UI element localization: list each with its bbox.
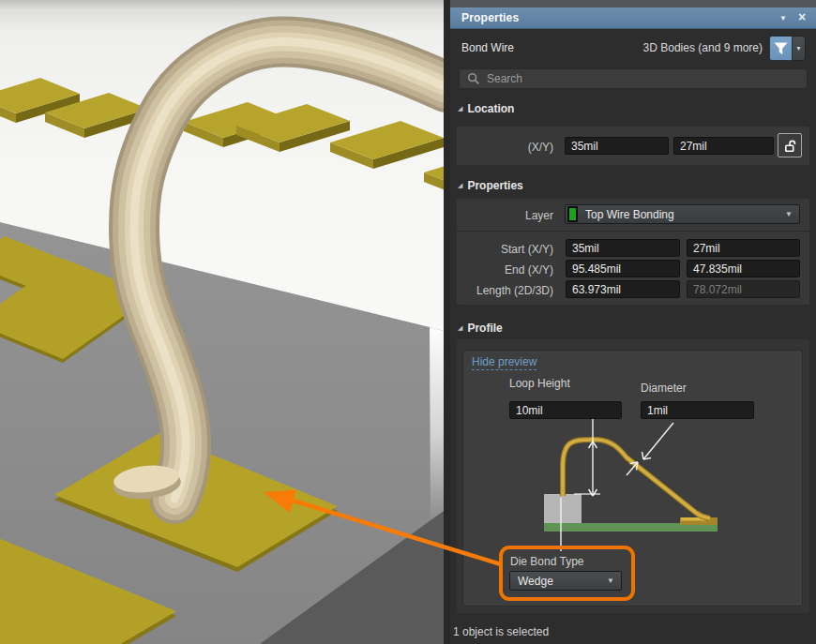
pcb-3d-render — [0, 0, 450, 644]
caret-down-icon: ▼ — [795, 45, 802, 52]
layer-color-chip — [567, 206, 578, 222]
search-input[interactable] — [487, 72, 807, 85]
start-y-input[interactable] — [687, 239, 800, 257]
start-xy-label: Start (X/Y) — [450, 243, 553, 256]
section-header-profile[interactable]: ◢Profile — [458, 322, 503, 336]
end-y-input[interactable] — [687, 260, 800, 277]
location-y-input[interactable] — [673, 137, 774, 155]
layer-select[interactable]: Top Wire Bonding ▼ — [565, 204, 800, 224]
panel-titlebar: Properties ▼ × — [450, 7, 816, 29]
board-edge-backdrop — [430, 327, 444, 521]
start-x-input[interactable] — [566, 239, 680, 257]
collapse-icon: ◢ — [458, 182, 462, 189]
diameter-label: Diameter — [641, 382, 687, 395]
collapse-icon: ◢ — [458, 324, 462, 332]
panel-menu-caret-icon[interactable]: ▼ — [775, 7, 792, 29]
search-box — [459, 68, 808, 89]
length-2d-input[interactable] — [566, 280, 680, 298]
loop-height-input[interactable] — [509, 401, 622, 419]
panel-close-icon[interactable]: × — [793, 7, 810, 29]
properties-panel: Properties ▼ × Bond Wire 3D Bodies (and … — [450, 0, 816, 644]
pcb-3d-viewport[interactable] — [0, 0, 450, 644]
xy-label: (X/Y) — [450, 141, 553, 154]
section-header-location[interactable]: ◢Location — [458, 102, 514, 116]
end-x-input[interactable] — [566, 260, 680, 277]
filter-button[interactable] — [769, 36, 793, 61]
caret-down-icon: ▼ — [785, 210, 793, 218]
status-bar-text: 1 object is selected — [453, 625, 549, 638]
layer-label: Layer — [450, 209, 553, 222]
location-lock-button[interactable] — [778, 133, 802, 157]
funnel-icon — [774, 42, 788, 55]
object-type-label: Bond Wire — [461, 41, 514, 54]
annotation-highlight-box — [499, 546, 635, 601]
panel-top-strip — [450, 0, 816, 7]
filter-options-button[interactable]: ▼ — [793, 36, 806, 61]
length-label: Length (2D/3D) — [450, 284, 553, 297]
panel-title: Properties — [461, 11, 519, 24]
selection-scope-label: 3D Bodies (and 9 more) — [643, 41, 763, 54]
diameter-input[interactable] — [641, 401, 754, 419]
panel-splitter[interactable] — [444, 0, 450, 644]
location-x-input[interactable] — [565, 137, 669, 155]
length-3d-input — [687, 280, 800, 298]
section-header-properties[interactable]: ◢Properties — [458, 179, 523, 193]
lock-open-icon — [783, 139, 797, 153]
search-icon — [467, 72, 480, 85]
hide-preview-link[interactable]: Hide preview — [472, 355, 536, 370]
loop-height-label: Loop Height — [509, 377, 570, 390]
collapse-icon: ◢ — [458, 105, 462, 112]
layer-select-value: Top Wire Bonding — [585, 208, 674, 221]
application-window: Properties ▼ × Bond Wire 3D Bodies (and … — [0, 0, 816, 644]
end-xy-label: End (X/Y) — [450, 263, 553, 277]
divider — [457, 231, 809, 232]
